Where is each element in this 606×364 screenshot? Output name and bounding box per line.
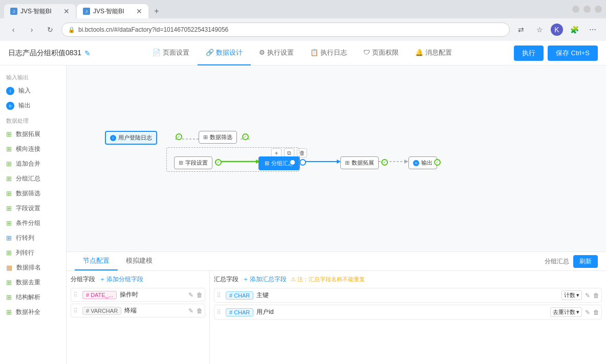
node-group-summary-left-dot	[289, 159, 296, 166]
sidebar-output-label: 输出	[18, 101, 31, 110]
minimize-button[interactable]	[572, 6, 579, 13]
edit-icon-sf1[interactable]: ✎	[585, 292, 590, 299]
header-nav: 📄 页面设置 🔗 数据设计 ⚙ 执行设置 📋 执行日志 🛡 页面权限 🔔 消息配…	[99, 41, 506, 65]
sidebar-item-data-supplement[interactable]: ⊞ 数据补全	[0, 305, 66, 320]
add-group-field-button[interactable]: ＋ 添加分组字段	[99, 275, 143, 284]
tab-node-config[interactable]: 节点配置	[75, 252, 118, 270]
agg-type-sf1[interactable]: 计数 ▾	[561, 290, 582, 300]
field-name-sf2: 用户id	[256, 308, 547, 316]
extensions-icon[interactable]: 🧩	[567, 22, 581, 37]
refresh-browser-button[interactable]: ↻	[43, 22, 57, 37]
tab-label-2: JVS·智能BI	[93, 7, 124, 16]
maximize-button[interactable]	[583, 6, 591, 13]
summary-warning: ⚠ 注：汇总字段名称不能重复	[291, 276, 365, 283]
tab-model-build[interactable]: 模拟建模	[118, 252, 161, 270]
node-output[interactable]: o 输出	[408, 156, 437, 169]
star-icon[interactable]: ☆	[532, 22, 547, 37]
sidebar-item-group-summary[interactable]: ⊞ 分组汇总	[0, 171, 66, 186]
add-summary-field-button[interactable]: ＋ 添加汇总字段	[243, 275, 287, 284]
drag-handle-gf2[interactable]: ⠿	[73, 307, 79, 314]
sidebar-item-struct-parse[interactable]: ⊞ 结构解析	[0, 290, 66, 305]
browser-tab-1[interactable]: J JVS·智能BI ✕	[4, 4, 76, 18]
menu-icon[interactable]: ⋯	[586, 22, 600, 37]
new-tab-button[interactable]: +	[149, 4, 164, 18]
workflow-canvas[interactable]: i 用户登陆日志 ✓ ⊞ 数据筛选 ✓ + ⧉ 🗑 ⊞	[67, 65, 606, 252]
edit-icon-sf2[interactable]: ✎	[585, 309, 590, 316]
save-button[interactable]: 保存 Ctrl+S	[548, 46, 598, 61]
tab-close-1[interactable]: ✕	[63, 8, 70, 15]
field-type-label-sf1: CHAR	[234, 292, 250, 299]
browser-tab-2[interactable]: J JVS·智能BI ✕	[77, 4, 148, 18]
sidebar-item-dedup[interactable]: ⊞ 数据去重	[0, 275, 66, 290]
sidebar-transpose-label: 行转列	[16, 234, 34, 242]
back-button[interactable]: ‹	[6, 22, 20, 37]
nav-message-config[interactable]: 🔔 消息配置	[407, 41, 460, 65]
agg-type-label-sf2: 去重计数	[553, 308, 575, 316]
delete-icon-sf2[interactable]: 🗑	[593, 309, 599, 316]
sidebar-item-data-expand[interactable]: ⊞ 数据拓展	[0, 127, 66, 142]
drag-handle-sf2[interactable]: ⠿	[217, 309, 223, 316]
title-edit-icon[interactable]: ✎	[84, 49, 91, 57]
edit-icon-gf1[interactable]: ✎	[188, 291, 193, 299]
profile-icon[interactable]: K	[551, 24, 563, 36]
nav-data-design[interactable]: 🔗 数据设计	[198, 41, 251, 65]
delete-icon-gf1[interactable]: 🗑	[197, 291, 203, 299]
data-sort-icon: ▦	[6, 264, 12, 271]
nav-page-settings[interactable]: 📄 页面设置	[144, 41, 198, 65]
add-summary-field-plus: ＋	[243, 275, 249, 284]
address-bar[interactable]: 🔒 bi.bctools.cn/#/dataFactory?id=1014670…	[61, 22, 510, 37]
sidebar-data-expand-label: 数据拓展	[16, 130, 40, 139]
warning-icon: ⚠	[291, 276, 296, 282]
nav-execute-log[interactable]: 📋 执行日志	[302, 41, 355, 65]
nav-message-config-label: 消息配置	[425, 48, 452, 57]
node-field-settings[interactable]: ⊞ 字段设置	[174, 156, 212, 169]
close-button[interactable]	[595, 6, 602, 13]
group-summary-icon: ⊞	[6, 175, 12, 183]
forward-button[interactable]: ›	[25, 22, 39, 37]
node-user-login[interactable]: i 用户登陆日志	[105, 131, 157, 145]
field-action-gf2: ✎ 🗑	[188, 307, 203, 314]
delete-icon-gf2[interactable]: 🗑	[197, 307, 203, 314]
sidebar-item-data-sort[interactable]: ▦ 数据排名	[0, 260, 66, 275]
translate-icon[interactable]: ⇄	[514, 22, 528, 37]
execute-button[interactable]: 执行	[514, 46, 544, 61]
horizontal-join-icon: ⊞	[6, 145, 12, 153]
field-type-sf1: # CHAR	[226, 291, 253, 300]
nav-page-permissions[interactable]: 🛡 页面权限	[355, 41, 407, 65]
delete-icon-sf1[interactable]: 🗑	[593, 292, 599, 299]
message-config-icon: 🔔	[415, 49, 423, 56]
main-layout: 输入输出 i 输入 o 输出 数据处理 ⊞ 数据拓展 ⊞ 横向连接 ⊞ 追加合并…	[0, 65, 606, 364]
agg-type-sf2[interactable]: 去重计数 ▾	[550, 307, 582, 317]
sidebar: 输入输出 i 输入 o 输出 数据处理 ⊞ 数据拓展 ⊞ 横向连接 ⊞ 追加合并…	[0, 65, 67, 364]
sidebar-field-settings-label: 字段设置	[16, 204, 40, 213]
sidebar-item-horizontal-join[interactable]: ⊞ 横向连接	[0, 142, 66, 156]
field-type-icon-gf1: #	[86, 292, 89, 298]
edit-icon-gf2[interactable]: ✎	[188, 307, 193, 314]
sidebar-item-output[interactable]: o 输出	[0, 98, 66, 113]
node-data-expand-label: 数据拓展	[352, 159, 374, 167]
nav-page-permissions-label: 页面权限	[372, 48, 399, 57]
node-data-filter[interactable]: ⊞ 数据筛选	[199, 131, 237, 144]
sidebar-item-input[interactable]: i 输入	[0, 83, 66, 98]
sidebar-item-append-merge[interactable]: ⊞ 追加合并	[0, 156, 66, 171]
drag-handle-sf1[interactable]: ⠿	[217, 292, 223, 299]
field-action-sf1: ✎ 🗑	[585, 292, 599, 299]
refresh-button[interactable]: 刷新	[573, 255, 598, 268]
node-user-login-label: 用户登陆日志	[118, 134, 152, 142]
tab-close-2[interactable]: ✕	[136, 8, 142, 15]
add-group-field-label: 添加分组字段	[106, 275, 143, 284]
sidebar-item-field-settings[interactable]: ⊞ 字段设置	[0, 201, 66, 216]
nav-execute-settings[interactable]: ⚙ 执行设置	[251, 41, 302, 65]
sidebar-item-pivot[interactable]: ⊞ 列转行	[0, 245, 66, 260]
node-user-login-icon: i	[110, 135, 116, 141]
node-data-expand[interactable]: ⊞ 数据拓展	[340, 156, 379, 169]
transpose-icon: ⊞	[6, 234, 12, 242]
browser-actions: ⇄ ☆ K 🧩 ⋯	[514, 22, 600, 37]
drag-handle-gf1[interactable]: ⠿	[73, 291, 79, 299]
sidebar-item-condition-split[interactable]: ⊞ 条件分组	[0, 216, 66, 231]
sidebar-item-transpose[interactable]: ⊞ 行转列	[0, 231, 66, 245]
field-name-gf1: 操作时	[120, 290, 185, 299]
field-name-sf1: 主键	[256, 291, 558, 300]
sidebar-item-data-filter[interactable]: ⊞ 数据筛选	[0, 186, 66, 201]
field-type-icon-sf1: #	[229, 292, 232, 299]
